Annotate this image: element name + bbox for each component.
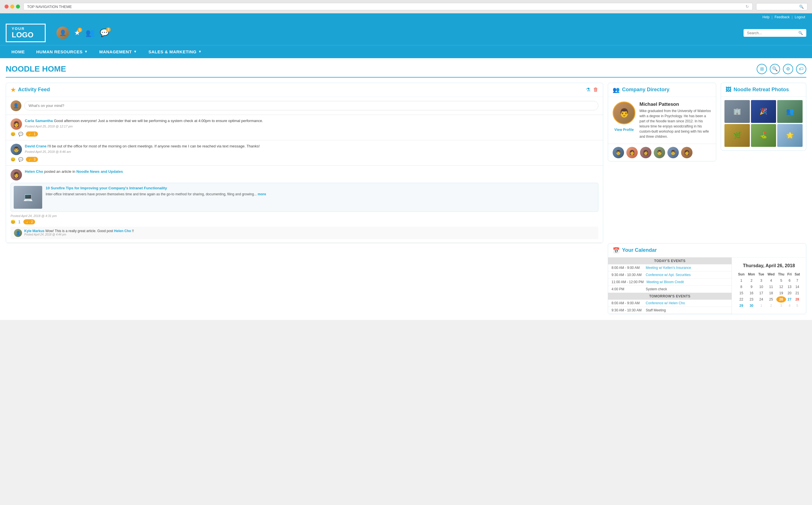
help-link[interactable]: Help xyxy=(762,15,770,19)
post2-emoji-btn[interactable]: 😊 xyxy=(11,157,15,162)
settings-tool-button[interactable]: ⚙ xyxy=(783,64,793,74)
browser-search[interactable]: 🔍 xyxy=(756,3,807,10)
cal-day-11[interactable]: 11 xyxy=(766,284,777,290)
cal-day-26-today[interactable]: 26 xyxy=(776,296,786,303)
cal-day-next-1[interactable]: 1 xyxy=(757,303,766,309)
photo-6[interactable]: 🌟 xyxy=(777,124,803,147)
article-more-link[interactable]: more xyxy=(258,192,266,196)
cal-day-28[interactable]: 28 xyxy=(793,296,801,303)
cal-day-24[interactable]: 24 xyxy=(757,296,766,303)
nav-hr[interactable]: HUMAN RESOURCES ▼ xyxy=(30,45,94,58)
cal-day-19[interactable]: 19 xyxy=(776,290,786,296)
post2-like-btn[interactable]: 👍 3 xyxy=(26,157,38,162)
helen-mention[interactable]: Helen Cho xyxy=(114,229,131,233)
cal-day-9[interactable]: 9 xyxy=(746,284,757,290)
cal-day-1[interactable]: 1 xyxy=(737,278,746,284)
helen-name[interactable]: Helen Cho xyxy=(25,169,43,174)
messages-icon-wrapper[interactable]: 💬 2 xyxy=(100,28,109,37)
comment-row: 👤 Kyle Markus Wow! This is a really grea… xyxy=(11,227,598,239)
feedback-link[interactable]: Feedback xyxy=(775,15,790,19)
event-3-label[interactable]: Meeting w/ Bloom Credit xyxy=(647,280,684,284)
event-5-label[interactable]: Conference w/ Helen Cho xyxy=(646,301,685,305)
nav-sales[interactable]: SALES & MARKETING ▼ xyxy=(143,45,207,58)
cal-day-21[interactable]: 21 xyxy=(793,290,801,296)
calendar-icon: 📅 xyxy=(613,247,620,254)
logout-link[interactable]: Logout xyxy=(795,15,805,19)
cal-day-22[interactable]: 22 xyxy=(737,296,746,303)
cal-day-15[interactable]: 15 xyxy=(737,290,746,296)
dir-avatar-1[interactable]: 👨 xyxy=(613,147,624,158)
article-title[interactable]: 10 Surefire Tips for Improving your Comp… xyxy=(46,186,595,191)
photo-4[interactable]: 🌿 xyxy=(724,124,750,147)
photo-2[interactable]: 🎉 xyxy=(751,100,776,123)
search-input[interactable] xyxy=(747,31,798,35)
post1-like-btn[interactable]: 👍 1 xyxy=(26,132,38,137)
cal-day-4[interactable]: 4 xyxy=(766,278,777,284)
cal-day-10[interactable]: 10 xyxy=(757,284,766,290)
cal-day-next-4[interactable]: 4 xyxy=(786,303,793,309)
david-name[interactable]: David Crane xyxy=(25,144,46,148)
nav-management[interactable]: MANAGEMENT ▼ xyxy=(94,45,143,58)
search-tool-button[interactable]: 🔍 xyxy=(770,64,780,74)
delete-icon[interactable]: 🗑 xyxy=(593,87,598,93)
post-what-input[interactable] xyxy=(24,101,598,110)
cal-day-27[interactable]: 27 xyxy=(786,296,793,303)
dir-avatar-4[interactable]: 👨 xyxy=(654,147,665,158)
cal-day-next-2[interactable]: 2 xyxy=(766,303,777,309)
cal-day-17[interactable]: 17 xyxy=(757,290,766,296)
cal-day-29[interactable]: 29 xyxy=(737,303,746,309)
header-search[interactable]: 🔍 xyxy=(744,29,806,37)
dir-avatar-3[interactable]: 👩 xyxy=(640,147,651,158)
cal-day-next-5[interactable]: 5 xyxy=(793,303,801,309)
header: YOUR LOGO 👤 ★ 1 👥 💬 2 🔍 xyxy=(0,21,812,45)
refresh-icon[interactable]: ↻ xyxy=(746,4,749,9)
add-widget-button[interactable]: ⊞ xyxy=(757,64,767,74)
cal-day-2[interactable]: 2 xyxy=(746,278,757,284)
cal-day-23[interactable]: 23 xyxy=(746,296,757,303)
photo-5[interactable]: ⛳ xyxy=(751,124,776,147)
minimize-button[interactable] xyxy=(10,5,14,9)
maximize-button[interactable] xyxy=(16,5,20,9)
view-profile-link[interactable]: View Profile xyxy=(614,128,634,132)
post3-comment-count[interactable]: 1 xyxy=(18,219,20,224)
cal-day-5[interactable]: 5 xyxy=(776,278,786,284)
cal-day-16[interactable]: 16 xyxy=(746,290,757,296)
dir-avatar-6[interactable]: 👩 xyxy=(681,147,692,158)
kyle-name[interactable]: Kyle Markus xyxy=(24,229,44,233)
cal-day-13[interactable]: 13 xyxy=(786,284,793,290)
michael-face-icon: 👨 xyxy=(614,102,635,124)
cal-day-14[interactable]: 14 xyxy=(793,284,801,290)
event-1-label[interactable]: Meeting w/ Kellen's Insurance xyxy=(646,266,691,270)
cal-day-next-3[interactable]: 3 xyxy=(776,303,786,309)
post1-comment-btn[interactable]: 💬 xyxy=(18,132,23,136)
filter-icon[interactable]: ⚗ xyxy=(586,87,591,93)
helen-channel[interactable]: Noodle News and Updates xyxy=(76,169,123,174)
photo-1[interactable]: 🏢 xyxy=(724,100,750,123)
cal-day-3[interactable]: 3 xyxy=(757,278,766,284)
logo[interactable]: YOUR LOGO xyxy=(6,24,46,42)
cal-day-12[interactable]: 12 xyxy=(776,284,786,290)
cal-day-18[interactable]: 18 xyxy=(766,290,777,296)
photo-3[interactable]: 👥 xyxy=(777,100,803,123)
post3-emoji-btn[interactable]: 😊 xyxy=(11,219,15,224)
address-bar[interactable]: TOP NAVIGATION THEME ↻ xyxy=(23,3,753,10)
cal-day-25[interactable]: 25 xyxy=(766,296,777,303)
notifications-icon-wrapper[interactable]: ★ 1 xyxy=(74,29,80,37)
tag-tool-button[interactable]: 🏷 xyxy=(796,64,806,74)
cal-day-6[interactable]: 6 xyxy=(786,278,793,284)
contacts-icon-wrapper[interactable]: 👥 xyxy=(86,28,95,37)
dir-avatar-5[interactable]: 👨 xyxy=(667,147,679,158)
user-avatar[interactable]: 👤 xyxy=(56,26,69,39)
event-2-label[interactable]: Conference w/ Apt. Securities xyxy=(646,273,690,277)
cal-day-7[interactable]: 7 xyxy=(793,278,801,284)
nav-home[interactable]: HOME xyxy=(6,45,30,58)
close-button[interactable] xyxy=(5,5,9,9)
post3-like-btn[interactable]: 👍 2 xyxy=(23,219,35,224)
dir-avatar-2[interactable]: 👩 xyxy=(626,147,638,158)
cal-day-20[interactable]: 20 xyxy=(786,290,793,296)
post1-emoji-btn[interactable]: 😊 xyxy=(11,132,15,136)
carla-name[interactable]: Carla Samantha xyxy=(25,119,53,123)
cal-day-8[interactable]: 8 xyxy=(737,284,746,290)
cal-day-30[interactable]: 30 xyxy=(746,303,757,309)
post2-comment-btn[interactable]: 💬 xyxy=(18,157,23,162)
